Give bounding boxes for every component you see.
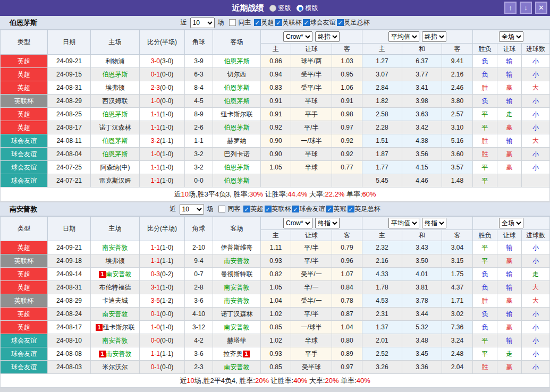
recent-results-table: 类型 日期 主场 比分(半场) 角球 客场 Crow* 终指 平均值 终指	[0, 216, 550, 388]
league-filter[interactable]: ✓英联杯	[264, 204, 291, 214]
home-team-name: 米尔沃尔	[103, 363, 128, 371]
fulltime-score: 0-1	[151, 71, 160, 78]
fulltime-score: 1-0	[151, 323, 160, 331]
odds-handicap: 半球	[291, 161, 332, 174]
radio-icon	[297, 5, 303, 12]
match-date: 24-08-29	[48, 294, 91, 308]
away-team-name: 伯恩茅斯	[224, 97, 250, 105]
summary-text: 近	[174, 190, 181, 198]
same-venue-checkbox[interactable]	[218, 206, 225, 212]
avg-home: 2.32	[362, 241, 402, 254]
match-count-select[interactable]: 10	[190, 18, 215, 28]
fulltime-score: 3-2	[151, 137, 160, 144]
odds-handicap: 受半/一	[291, 268, 332, 281]
match-row: 球会友谊24-08-11伯恩茅斯3-2(1-1)1-1赫罗纳0.90一/球半0.…	[1, 134, 550, 148]
layout-radio-vertical[interactable]: 竖版	[269, 4, 291, 13]
close-button[interactable]: ✕	[535, 2, 547, 14]
summary-text: 场,胜3平4负3, 胜率:	[189, 190, 249, 198]
odds-company-select[interactable]: Crow*	[283, 31, 312, 42]
match-row: 球会友谊24-08-04伯恩茅斯1-0(1-0)3-2巴列卡诺0.90半球0.9…	[1, 148, 550, 161]
games-label: 场	[218, 18, 224, 27]
odds-stage-select[interactable]: 终指	[315, 218, 340, 228]
odds-away	[332, 174, 362, 188]
league-filter[interactable]: ✓英足总杯	[346, 204, 380, 214]
odds-away: 0.89	[332, 347, 362, 361]
league-filter[interactable]: ✓英足总杯	[336, 18, 370, 27]
match-date: 24-08-10	[48, 334, 91, 347]
away-team-name: 南安普敦	[224, 284, 250, 291]
odds-away: 0.96	[332, 254, 362, 268]
score: 0-1(0-0)	[140, 308, 185, 321]
fulltime-score: 1-0	[151, 150, 160, 158]
avg-draw: 3.98	[402, 95, 442, 108]
result-handicap: 赢	[497, 121, 522, 134]
move-up-button[interactable]: ↑	[504, 2, 517, 14]
home-team: 雷克斯汉姆	[91, 174, 140, 188]
league-filter[interactable]: ✓英联杯	[274, 18, 302, 27]
avg-away: 3.15	[442, 254, 473, 268]
result-outcome: 平	[473, 108, 497, 121]
same-venue-checkbox[interactable]	[229, 19, 236, 26]
subcol-avg-home: 主	[362, 230, 402, 241]
subcol-odds-home: 主	[261, 44, 291, 55]
avg-draw: 4.15	[402, 161, 442, 174]
avg-away: 2.04	[442, 361, 473, 374]
odds-away: 1.07	[332, 268, 362, 281]
odds-away: 1.04	[332, 321, 362, 334]
scope-select[interactable]: 全场	[499, 218, 523, 228]
corner-score: 1-1	[185, 134, 213, 148]
odds-handicap: 受平/半	[291, 68, 332, 81]
match-row: 英超24-09-141南安普敦0-3(0-2)0-7曼彻斯特联0.82受半/一1…	[1, 268, 550, 281]
home-team-name: 埃弗顿	[106, 84, 125, 91]
score: 1-0(0-0)	[140, 95, 185, 108]
summary-text: 大率:	[307, 377, 325, 385]
odds-company-select[interactable]: Crow*	[283, 218, 312, 228]
league-filter[interactable]: ✓英超	[242, 204, 264, 214]
avg-stage-select[interactable]: 终指	[422, 31, 446, 42]
match-row: 球会友谊24-07-25阿森纳(中)1-1(1-0)3-2伯恩茅斯1.05半球0…	[1, 161, 550, 174]
league-filter[interactable]: ✓球会友谊	[302, 18, 336, 27]
home-team: 利物浦	[91, 55, 140, 68]
down-arrow-icon: ↓	[524, 4, 528, 12]
home-team: 1南安普敦	[91, 268, 140, 281]
avg-company-select[interactable]: 平均值	[388, 218, 419, 228]
layout-radio-horizontal[interactable]: 横版	[297, 4, 318, 13]
league-filter[interactable]: ✓英冠	[325, 204, 346, 214]
away-team: 赫塔菲	[213, 334, 261, 347]
avg-home: 2.52	[362, 347, 402, 361]
col-header-score: 比分(半场)	[140, 217, 185, 241]
league-filter[interactable]: ✓英超	[253, 18, 274, 27]
odds-away: 0.95	[332, 68, 362, 81]
match-type-badge: 英超	[1, 68, 48, 81]
score: 1-1(1-1)	[140, 254, 185, 268]
odds-home: 1.11	[261, 241, 291, 254]
avg-away: 2.16	[442, 68, 473, 81]
fulltime-score: 0-3	[151, 270, 160, 278]
away-team-name: 伊普斯维奇	[221, 244, 253, 251]
close-icon: ✕	[538, 4, 544, 12]
scope-select[interactable]: 全场	[499, 31, 523, 42]
odds-away: 0.84	[332, 281, 362, 294]
match-date: 24-08-03	[48, 361, 91, 374]
avg-company-select[interactable]: 平均值	[388, 31, 419, 42]
odds-stage-select[interactable]: 终指	[315, 31, 340, 42]
avg-home: 2.01	[362, 334, 402, 347]
corner-score: 3-2	[185, 148, 213, 161]
match-row: 球会友谊24-08-081南安普敦1-1(1-1)3-6拉齐奥10.93平手0.…	[1, 347, 550, 361]
league-filter[interactable]: ✓球会友谊	[291, 204, 325, 214]
odds-handicap: 受平/半	[291, 81, 332, 95]
move-down-button[interactable]: ↓	[520, 2, 532, 14]
home-team: 埃弗顿	[91, 81, 140, 95]
home-team: 诺丁汉森林	[91, 121, 140, 134]
result-handicap: 输	[497, 55, 522, 68]
score: 1-1(1-0)	[140, 241, 185, 254]
col-header-away: 客场	[213, 30, 261, 55]
home-team-name: 南安普敦	[106, 270, 132, 278]
avg-stage-select[interactable]: 终指	[422, 218, 446, 228]
match-date: 24-08-24	[48, 308, 91, 321]
home-team-name: 卡迪夫城	[103, 297, 128, 304]
avg-away: 3.02	[442, 308, 473, 321]
subcol-odds-away: 客	[332, 44, 362, 55]
match-count-select[interactable]: 10	[180, 204, 204, 215]
home-team-name: 雷克斯汉姆	[99, 177, 131, 184]
